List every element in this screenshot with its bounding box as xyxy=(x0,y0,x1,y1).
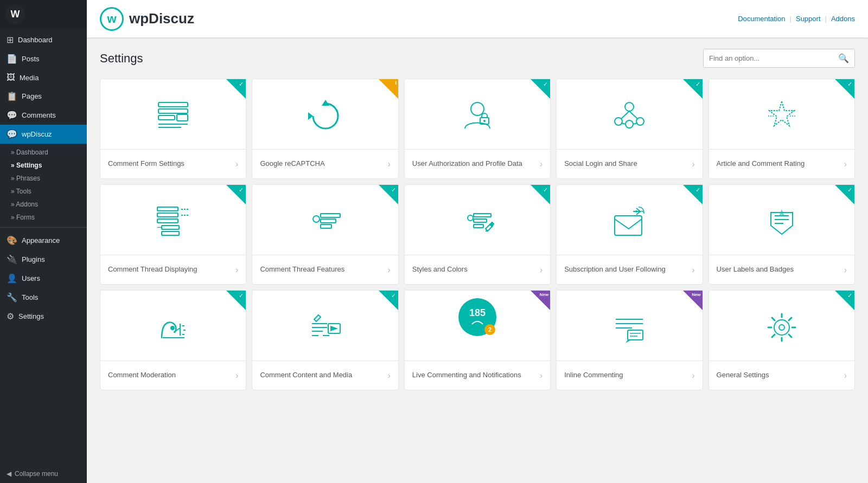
check-icon: ✓ xyxy=(695,81,700,88)
arrow-icon: › xyxy=(387,159,390,169)
info-icon: ℹ xyxy=(395,81,397,86)
topbar-logo-text: wpDiscuz xyxy=(129,10,194,27)
svg-point-40 xyxy=(635,210,637,212)
svg-point-11 xyxy=(625,102,634,111)
svg-point-10 xyxy=(483,120,486,122)
svg-rect-35 xyxy=(474,214,491,217)
sidebar-sub-item-addons[interactable]: » Addons xyxy=(0,198,87,211)
card-icon-area xyxy=(557,185,702,255)
sidebar-item-label: Comments xyxy=(22,111,56,119)
documentation-link[interactable]: Documentation xyxy=(738,15,785,23)
sidebar-item-tools[interactable]: 🔧 Tools xyxy=(0,288,87,307)
social-login-icon xyxy=(610,97,648,137)
card-icon-area xyxy=(252,79,398,149)
posts-icon: 📄 xyxy=(7,54,17,64)
card-footer: Comment Form Settings › xyxy=(100,149,246,178)
general-settings-icon xyxy=(763,308,801,349)
card-general-settings[interactable]: ✓ xyxy=(709,290,855,390)
svg-rect-2 xyxy=(158,115,175,120)
card-subscription[interactable]: ✓ Subscription a xyxy=(556,184,703,285)
sidebar-sub-section: » Dashboard » Settings » Phrases » Tools… xyxy=(0,146,87,224)
topbar-links: Documentation | Support | Addons xyxy=(738,15,855,23)
arrow-icon: › xyxy=(844,159,847,169)
svg-rect-28 xyxy=(162,231,179,235)
card-icon-area xyxy=(252,291,398,360)
sidebar-item-posts[interactable]: 📄 Posts xyxy=(0,49,87,68)
sidebar-collapse-button[interactable]: ◀ Collapse menu xyxy=(0,465,87,483)
main-content: w wpDiscuz Documentation | Support | Add… xyxy=(87,0,868,483)
card-comment-thread-features[interactable]: ✓ Comment Thread Features › xyxy=(252,184,398,285)
sidebar-item-label: Media xyxy=(20,74,39,82)
svg-rect-33 xyxy=(321,224,331,228)
svg-point-13 xyxy=(636,118,644,125)
card-label: General Settings xyxy=(717,370,841,380)
thread-display-icon xyxy=(154,203,192,243)
card-live-commenting[interactable]: New 185 2 xyxy=(404,290,551,390)
card-icon-area xyxy=(557,291,702,360)
sidebar-item-media[interactable]: 🖼 Media xyxy=(0,68,87,87)
svg-line-67 xyxy=(772,318,775,320)
sidebar-item-dashboard[interactable]: ⊞ Dashboard xyxy=(0,30,87,49)
live-commenting-icon: 185 2 xyxy=(458,298,496,336)
svg-rect-57 xyxy=(628,330,643,340)
svg-point-30 xyxy=(313,216,320,222)
sidebar-item-label: Dashboard xyxy=(18,36,53,44)
card-social-login[interactable]: ✓ xyxy=(556,79,703,179)
check-icon: ✓ xyxy=(847,292,852,299)
card-article-rating[interactable]: ✓ Article and Comment Rating › xyxy=(709,79,855,179)
support-link[interactable]: Support xyxy=(796,15,821,23)
card-label: Styles and Colors xyxy=(412,265,537,274)
form-settings-icon xyxy=(154,97,192,137)
sidebar-sub-item-dashboard[interactable]: » Dashboard xyxy=(0,146,87,159)
sidebar-item-settings[interactable]: ⚙ Settings xyxy=(0,307,87,326)
sidebar-item-appearance[interactable]: 🎨 Appearance xyxy=(0,231,87,250)
card-user-labels[interactable]: ✓ User Labels and Badges xyxy=(709,184,855,285)
recaptcha-icon xyxy=(307,97,344,137)
settings-icon: ⚙ xyxy=(7,311,14,321)
dashboard-icon: ⊞ xyxy=(7,35,14,45)
card-comment-thread-displaying[interactable]: ✓ xyxy=(100,184,246,285)
settings-grid: ✓ Comment Form S xyxy=(100,79,855,390)
sidebar-sub-item-forms[interactable]: » Forms xyxy=(0,211,87,224)
users-icon: 👤 xyxy=(7,273,17,284)
svg-line-14 xyxy=(621,111,629,119)
card-user-auth[interactable]: ✓ User Authorization and Profil xyxy=(404,79,551,179)
card-google-recaptcha[interactable]: ℹ Google reCAPTCHA › xyxy=(252,79,398,179)
card-styles-colors[interactable]: ✓ xyxy=(404,184,551,285)
check-icon: ✓ xyxy=(391,186,396,194)
live-circle: 185 2 xyxy=(458,298,496,336)
content-area: Settings 🔍 ✓ xyxy=(87,38,868,483)
sidebar-sub-item-phrases[interactable]: » Phrases xyxy=(0,172,87,185)
search-button[interactable]: 🔍 xyxy=(833,49,854,67)
addons-link[interactable]: Addons xyxy=(831,15,855,23)
sidebar-item-wpdiscuz[interactable]: 💬 wpDiscuz xyxy=(0,125,87,144)
sidebar-item-comments[interactable]: 💬 Comments xyxy=(0,106,87,125)
check-icon: ✓ xyxy=(239,186,244,194)
search-input[interactable] xyxy=(704,50,833,66)
arrow-icon: › xyxy=(387,265,390,275)
sidebar-item-users[interactable]: 👤 Users xyxy=(0,269,87,288)
inline-commenting-icon xyxy=(610,308,648,349)
card-icon-area xyxy=(100,291,246,360)
card-footer: User Labels and Badges › xyxy=(709,255,854,284)
sidebar-sub-item-settings[interactable]: » Settings xyxy=(0,159,87,172)
card-footer: Comment Thread Features › xyxy=(252,255,398,284)
sidebar-item-label: Tools xyxy=(22,293,38,301)
svg-rect-3 xyxy=(177,114,188,121)
card-footer: General Settings › xyxy=(709,360,854,390)
wpdiscuz-icon: 💬 xyxy=(7,129,17,139)
sidebar-item-label: Pages xyxy=(22,92,42,100)
card-comment-form-settings[interactable]: ✓ Comment Form S xyxy=(100,79,246,179)
card-label: Social Login and Share xyxy=(564,159,688,169)
page-title: Settings xyxy=(100,51,143,66)
arrow-icon: › xyxy=(692,371,694,381)
sidebar-sub-item-tools[interactable]: » Tools xyxy=(0,185,87,198)
card-inline-commenting[interactable]: New xyxy=(556,290,703,390)
sidebar-item-plugins[interactable]: 🔌 Plugins xyxy=(0,250,87,269)
card-comment-content-media[interactable]: ✓ xyxy=(252,290,398,390)
sidebar-item-label: Plugins xyxy=(22,255,45,263)
sidebar-item-pages[interactable]: 📋 Pages xyxy=(0,87,87,106)
card-icon-area xyxy=(100,79,246,149)
card-icon-area xyxy=(405,185,550,255)
card-comment-moderation[interactable]: ✓ xyxy=(100,290,246,390)
